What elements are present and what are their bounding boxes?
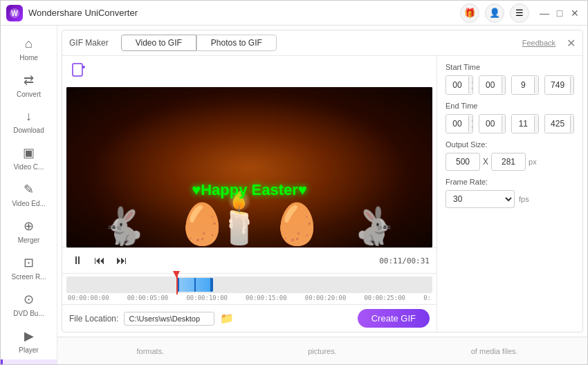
start-ff-input[interactable] — [512, 76, 534, 94]
end-mm-input[interactable] — [446, 115, 468, 133]
output-size-section: Output Size: X px — [445, 140, 574, 171]
start-ff-down[interactable]: ▼ — [534, 85, 539, 93]
end-mm-up[interactable]: ▲ — [468, 115, 473, 124]
video-area: 🐇 🥚 🕯️ 🥚 🐇 — [62, 56, 437, 332]
sidebar-item-download[interactable]: ↓ Download — [1, 104, 57, 140]
end-ms-input[interactable] — [545, 115, 570, 133]
sidebar-label-video-edit: Video Ed... — [12, 200, 46, 207]
minimize-btn[interactable]: — — [538, 6, 551, 20]
timeline-clip[interactable] — [176, 278, 213, 292]
next-btn[interactable]: ⏭ — [113, 252, 130, 269]
sidebar-label-convert: Convert — [17, 91, 41, 98]
sidebar-item-home[interactable]: ⌂ Home — [1, 31, 57, 67]
ruler-mark-2: 00:00:10:00 — [186, 294, 228, 301]
size-x-label: X — [483, 157, 488, 167]
output-size-label: Output Size: — [445, 140, 574, 149]
height-input[interactable] — [491, 153, 526, 171]
sidebar-label-merger: Merger — [18, 236, 40, 244]
video-comp-icon: ▣ — [23, 145, 35, 160]
playhead-marker — [173, 271, 180, 278]
end-time-label: End Time — [445, 102, 574, 110]
sidebar-item-dvd-burn[interactable]: ⊙ DVD Bu... — [1, 286, 57, 323]
prev-btn[interactable]: ⏮ — [91, 252, 108, 269]
home-icon: ⌂ — [25, 37, 33, 51]
add-file-btn[interactable] — [65, 59, 434, 84]
sidebar-label-download: Download — [13, 127, 44, 134]
end-ff-up[interactable]: ▲ — [534, 115, 539, 124]
sidebar-item-toolbox[interactable]: ⊞ Toolbox — [1, 359, 57, 364]
main-layout: ⌂ Home ⇄ Convert ↓ Download ▣ Video C...… — [1, 26, 587, 364]
sidebar-item-screen-rec[interactable]: ⊡ Screen R... — [1, 250, 57, 286]
start-ms-input[interactable] — [545, 76, 570, 94]
gif-maker-header: GIF Maker Video to GIF Photos to GIF Fee… — [62, 30, 582, 56]
ruler-mark-0: 00:00:00:00 — [68, 294, 109, 301]
folder-browse-btn[interactable]: 📁 — [220, 312, 234, 325]
tab-photos-to-gif[interactable]: Photos to GIF — [196, 35, 277, 51]
sidebar-item-player[interactable]: ▶ Player — [1, 323, 57, 359]
file-path-select[interactable]: C:\Users\ws\Desktop — [124, 312, 214, 326]
start-ss-input[interactable] — [479, 76, 502, 94]
end-ms-field: ▲ ▼ — [544, 114, 574, 133]
create-gif-btn[interactable]: Create GIF — [358, 309, 430, 328]
end-ff-down[interactable]: ▼ — [534, 124, 539, 132]
ruler-mark-5: 00:00:25:00 — [364, 294, 405, 301]
end-ss-input[interactable] — [479, 115, 502, 133]
maximize-btn[interactable]: □ — [553, 6, 567, 20]
sidebar-label-screen-rec: Screen R... — [11, 273, 46, 281]
fps-wrap: 10 15 20 24 25 30 60 fps — [445, 190, 574, 208]
end-ss-up[interactable]: ▲ — [502, 115, 506, 124]
width-input[interactable] — [445, 153, 480, 171]
start-time-inputs: ▲ ▼ ▲ ▼ — [445, 75, 574, 95]
window-controls: — □ ✕ — [538, 6, 582, 20]
sidebar-item-video-edit[interactable]: ✎ Video Ed... — [1, 176, 57, 213]
end-mm-field: ▲ ▼ — [445, 114, 473, 133]
start-ss-down[interactable]: ▼ — [502, 85, 506, 93]
convert-icon: ⇄ — [24, 73, 34, 88]
end-ms-down[interactable]: ▼ — [570, 124, 574, 132]
gift-icon-btn[interactable]: 🎁 — [460, 3, 479, 23]
bottom-col-3: of media files. — [408, 347, 580, 355]
timeline-track[interactable] — [66, 277, 432, 293]
user-icon-btn[interactable]: 👤 — [485, 3, 504, 23]
end-ss-down[interactable]: ▼ — [502, 124, 506, 132]
size-px-label: px — [529, 158, 537, 166]
close-panel-btn[interactable]: ✕ — [567, 37, 576, 50]
sidebar-item-merger[interactable]: ⊕ Merger — [1, 213, 57, 250]
start-ss-field: ▲ ▼ — [479, 75, 506, 95]
sidebar: ⌂ Home ⇄ Convert ↓ Download ▣ Video C...… — [1, 26, 57, 364]
size-inputs: X px — [445, 153, 574, 171]
app-title: Wondershare UniConverter — [28, 8, 460, 18]
gif-maker-tabs: Video to GIF Photos to GIF — [121, 35, 277, 51]
start-ms-up[interactable]: ▲ — [570, 77, 574, 85]
end-mm-down[interactable]: ▼ — [468, 124, 473, 132]
end-ff-input[interactable] — [512, 115, 534, 133]
start-ff-field: ▲ ▼ — [511, 75, 539, 95]
start-ss-up[interactable]: ▲ — [502, 77, 506, 85]
sidebar-item-video-comp[interactable]: ▣ Video C... — [1, 140, 57, 176]
fps-select[interactable]: 10 15 20 24 25 30 60 — [445, 190, 515, 208]
sidebar-item-convert[interactable]: ⇄ Convert — [1, 67, 57, 104]
start-ff-up[interactable]: ▲ — [534, 77, 539, 85]
sidebar-label-home: Home — [19, 54, 38, 62]
start-ms-down[interactable]: ▼ — [570, 85, 574, 93]
close-btn[interactable]: ✕ — [568, 6, 582, 20]
bunny-left: 🐇 — [101, 205, 146, 247]
sidebar-label-video-comp: Video C... — [14, 163, 44, 171]
clip-handle-right[interactable] — [210, 278, 213, 292]
ruler-mark-4: 00:00:20:00 — [305, 294, 347, 301]
title-bar: W Wondershare UniConverter 🎁 👤 ☰ — □ ✕ — [1, 1, 587, 26]
start-mm-up[interactable]: ▲ — [468, 77, 473, 85]
menu-icon-btn[interactable]: ☰ — [510, 3, 529, 23]
egg-right: 🥚 — [272, 200, 322, 247]
end-ms-up[interactable]: ▲ — [570, 115, 574, 124]
start-mm-field: ▲ ▼ — [445, 75, 473, 95]
feedback-link[interactable]: Feedback — [522, 39, 555, 47]
svg-rect-2 — [73, 64, 82, 76]
tab-video-to-gif[interactable]: Video to GIF — [121, 35, 196, 51]
start-ms-field: ▲ ▼ — [544, 75, 574, 95]
bottom-col-2: pictures. — [237, 347, 409, 355]
start-mm-down[interactable]: ▼ — [468, 85, 473, 93]
start-mm-input[interactable] — [446, 76, 468, 94]
file-location-bar: File Location: C:\Users\ws\Desktop 📁 Cre… — [62, 304, 437, 332]
pause-btn[interactable]: ⏸ — [69, 252, 86, 269]
